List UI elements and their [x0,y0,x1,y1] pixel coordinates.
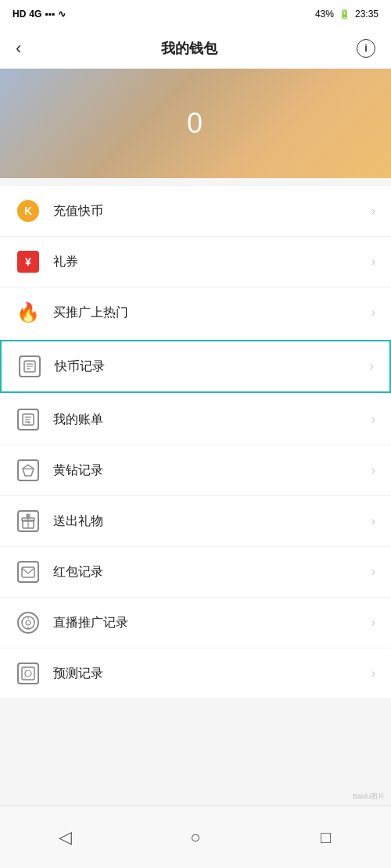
menu-item-promote[interactable]: 🔥 买推广上热门 › [0,288,391,338]
menu-label-coupon: 礼券 [53,254,371,270]
arrow-icon-1: › [371,255,375,269]
arrow-icon-0: › [371,204,375,218]
menu-label-bill: 我的账单 [53,412,371,428]
present-icon [17,510,39,532]
menu-icon-predict [16,661,41,686]
menu-icon-present [16,509,41,534]
menu-item-redpacket[interactable]: 红包记录 › [0,547,391,598]
arrow-icon-5: › [371,463,375,477]
menu-item-kuaicoin[interactable]: K 充值快币 › [0,186,391,237]
menu-label-kuaicoin-record: 快币记录 [55,359,370,375]
wallet-card: 0 [0,69,391,178]
arrow-icon-2: › [371,305,375,320]
time-display: 23:35 [355,9,378,20]
menu-icon-record [17,354,42,379]
menu-label-kuaicoin: 充值快币 [53,203,371,220]
watermark: Baidu图片 [353,791,385,802]
coupon-icon: ¥ [17,251,39,273]
live-icon [17,612,39,634]
arrow-icon-6: › [371,514,375,528]
battery-icon: 🔋 [339,9,350,20]
wallet-balance: 0 [187,107,204,140]
nav-square-button[interactable]: □ [310,822,342,853]
page-title: 我的钱包 [161,39,217,58]
svg-rect-15 [22,567,34,577]
record-icon [19,355,41,377]
menu-label-present: 送出礼物 [53,513,371,530]
menu-list: K 充值快币 › ¥ 礼券 › 🔥 买推广上热门 › [0,186,391,699]
menu-label-live: 直播推广记录 [53,615,371,631]
svg-marker-10 [23,465,34,476]
kuaicoin-icon: K [17,200,39,222]
menu-label-predict: 预测记录 [53,666,371,682]
menu-label-redpacket: 红包记录 [53,564,371,580]
bill-icon [17,409,39,430]
menu-icon-bill [16,407,41,432]
menu-icon-redpacket [16,559,41,584]
arrow-icon-3: › [370,359,374,373]
menu-item-live[interactable]: 直播推广记录 › [0,598,391,648]
back-button[interactable]: ‹ [16,40,21,57]
signal-bars: ▪▪▪ [45,9,55,20]
nav-home-button[interactable]: ○ [180,822,211,853]
wifi-icon: ∿ [58,9,66,20]
network-label: HD [13,9,26,20]
status-bar: HD 4G ▪▪▪ ∿ 43% 🔋 23:35 [0,0,391,28]
bottom-nav: ◁ ○ □ [0,805,391,868]
page-header: ‹ 我的钱包 i [0,28,391,69]
battery-percent: 43% [315,9,334,20]
fire-icon: 🔥 [17,302,39,323]
menu-icon-promote: 🔥 [16,300,41,325]
arrow-icon-8: › [371,616,375,630]
menu-item-present[interactable]: 送出礼物 › [0,496,391,547]
svg-point-17 [26,620,30,625]
status-left: HD 4G ▪▪▪ ∿ [13,9,66,20]
section-divider [0,178,391,186]
menu-item-predict[interactable]: 预测记录 › [0,648,391,699]
diamond-icon [17,459,39,481]
menu-icon-live [16,610,41,635]
status-right: 43% 🔋 23:35 [315,9,378,20]
menu-label-promote: 买推广上热门 [53,305,371,321]
menu-icon-coupon: ¥ [16,249,41,274]
menu-icon-kuaicoin: K [16,198,41,223]
menu-item-bill[interactable]: 我的账单 › [0,395,391,445]
menu-item-coupon[interactable]: ¥ 礼券 › [0,237,391,288]
nav-back-button[interactable]: ◁ [49,822,81,853]
menu-item-diamond[interactable]: 黄钻记录 › [0,445,391,496]
svg-rect-20 [22,667,34,680]
menu-item-kuaicoin-record[interactable]: 快币记录 › [0,340,391,393]
arrow-icon-9: › [371,666,375,680]
signal-4g: 4G [29,9,41,20]
predict-icon [17,663,39,684]
arrow-icon-7: › [371,565,375,579]
menu-icon-diamond [16,458,41,483]
svg-point-21 [25,670,31,677]
envelope-icon [17,561,39,583]
arrow-icon-4: › [371,413,375,427]
info-button[interactable]: i [357,39,375,58]
menu-label-diamond: 黄钻记录 [53,463,371,479]
